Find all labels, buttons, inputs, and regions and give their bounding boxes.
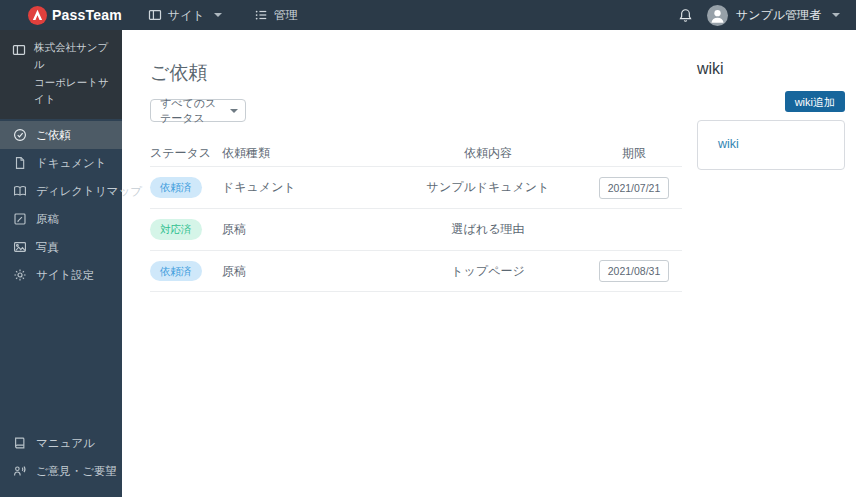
map-icon	[13, 184, 27, 198]
status-cell: 依頼済	[150, 261, 222, 282]
type-cell: 原稿	[222, 263, 390, 280]
brand-logo[interactable]: PassTeam	[28, 5, 122, 24]
col-header-content: 依頼内容	[390, 143, 586, 162]
wiki-panel-title: wiki	[697, 60, 845, 78]
wiki-panel: wiki wiki追加 wiki	[697, 60, 845, 170]
sidebar-item-label: 原稿	[36, 212, 59, 227]
table-row[interactable]: 依頼済 ドキュメント サンプルドキュメント	[150, 166, 682, 208]
status-badge: 対応済	[150, 219, 202, 240]
status-cell: 依頼済	[150, 177, 222, 198]
sidebar-item-drafts[interactable]: 原稿	[0, 205, 122, 233]
table-row[interactable]: 対応済 原稿 選ばれる理由	[150, 208, 682, 250]
sidebar-item-requests[interactable]: ご依頼	[0, 121, 122, 149]
sidebar-item-site-settings[interactable]: サイト設定	[0, 261, 122, 289]
col-header-due: 期限	[586, 143, 682, 162]
feedback-icon	[13, 464, 27, 478]
top-menu: サイト 管理	[148, 7, 298, 24]
due-date-input[interactable]	[599, 260, 669, 282]
user-name: サンプル管理者	[736, 7, 821, 24]
due-cell	[586, 260, 682, 282]
due-cell	[586, 177, 682, 199]
notifications-bell-icon[interactable]	[678, 8, 693, 23]
wiki-list-card: wiki	[697, 120, 845, 170]
status-filter-value: すべてのステータス	[160, 96, 227, 126]
site-name-line2: コーポレートサイト	[34, 74, 112, 109]
menu-admin[interactable]: 管理	[254, 7, 298, 24]
status-cell: 対応済	[150, 219, 222, 240]
chevron-down-icon	[230, 109, 238, 113]
menu-site-label: サイト	[168, 7, 205, 24]
manual-icon	[13, 436, 27, 450]
sidebar-item-label: マニュアル	[36, 436, 95, 451]
sidebar-site-selector[interactable]: 株式会社サンプル コーポレートサイト	[0, 30, 122, 119]
sidebar-item-documents[interactable]: ドキュメント	[0, 149, 122, 177]
status-badge: 依頼済	[150, 261, 202, 282]
site-icon	[148, 8, 162, 22]
chevron-down-icon	[832, 13, 840, 17]
status-badge: 依頼済	[150, 177, 202, 198]
photo-icon	[13, 240, 27, 254]
menu-admin-label: 管理	[274, 7, 298, 24]
admin-icon	[254, 8, 268, 22]
gear-icon	[13, 268, 27, 282]
sidebar-item-label: ディレクトリマップ	[36, 184, 142, 199]
sidebar-item-label: サイト設定	[36, 268, 94, 283]
wiki-list-item-link[interactable]: wiki	[718, 137, 739, 151]
draft-icon	[13, 212, 27, 226]
content-cell: トップページ	[390, 263, 586, 280]
site-name-line1: 株式会社サンプル	[34, 39, 112, 74]
col-header-status: ステータス	[150, 143, 222, 162]
requests-table: ステータス 依頼種類 依頼内容 期限 依頼済 ドキュメント サンプルドキュメント…	[150, 138, 682, 292]
brand-name: PassTeam	[52, 7, 122, 23]
due-date-input[interactable]	[599, 177, 669, 199]
sidebar-item-photos[interactable]: 写真	[0, 233, 122, 261]
sidebar-item-directory-map[interactable]: ディレクトリマップ	[0, 177, 122, 205]
site-name: 株式会社サンプル コーポレートサイト	[34, 39, 112, 108]
sidebar-item-label: ご依頼	[36, 128, 71, 143]
site-icon	[12, 39, 26, 108]
col-header-type: 依頼種類	[222, 143, 390, 162]
sidebar-nav: ご依頼 ドキュメント ディレクトリマップ	[0, 119, 122, 289]
sidebar-item-feedback[interactable]: ご意見・ご要望	[0, 457, 122, 485]
topbar-right: サンプル管理者	[678, 5, 856, 26]
page-title: ご依頼	[150, 60, 690, 86]
status-filter-select[interactable]: すべてのステータス	[150, 99, 246, 122]
content-cell: サンプルドキュメント	[390, 179, 586, 196]
menu-site[interactable]: サイト	[148, 7, 222, 24]
check-circle-icon	[13, 128, 27, 142]
passteam-logo-icon	[28, 5, 47, 24]
wiki-add-button[interactable]: wiki追加	[785, 91, 845, 112]
sidebar-item-label: ドキュメント	[36, 156, 107, 171]
main-content: ご依頼 すべてのステータス ステータス 依頼種類 依頼内容 期限 依頼済 ドキュ…	[122, 30, 690, 292]
sidebar-footer: マニュアル ご意見・ご要望	[0, 429, 122, 497]
document-icon	[13, 156, 27, 170]
table-header-row: ステータス 依頼種類 依頼内容 期限	[150, 138, 682, 166]
top-navbar: PassTeam サイト	[0, 0, 856, 30]
sidebar-item-label: 写真	[36, 240, 59, 255]
sidebar-item-label: ご意見・ご要望	[36, 464, 117, 479]
wiki-add-row: wiki追加	[697, 91, 845, 112]
sidebar: 株式会社サンプル コーポレートサイト ご依頼	[0, 30, 122, 497]
content-cell: 選ばれる理由	[390, 221, 586, 238]
avatar	[707, 5, 728, 26]
type-cell: 原稿	[222, 221, 390, 238]
app-window: PassTeam サイト	[0, 0, 856, 504]
user-menu[interactable]: サンプル管理者	[707, 5, 840, 26]
sidebar-item-manual[interactable]: マニュアル	[0, 429, 122, 457]
chevron-down-icon	[214, 13, 222, 17]
type-cell: ドキュメント	[222, 179, 390, 196]
table-row[interactable]: 依頼済 原稿 トップページ	[150, 250, 682, 292]
